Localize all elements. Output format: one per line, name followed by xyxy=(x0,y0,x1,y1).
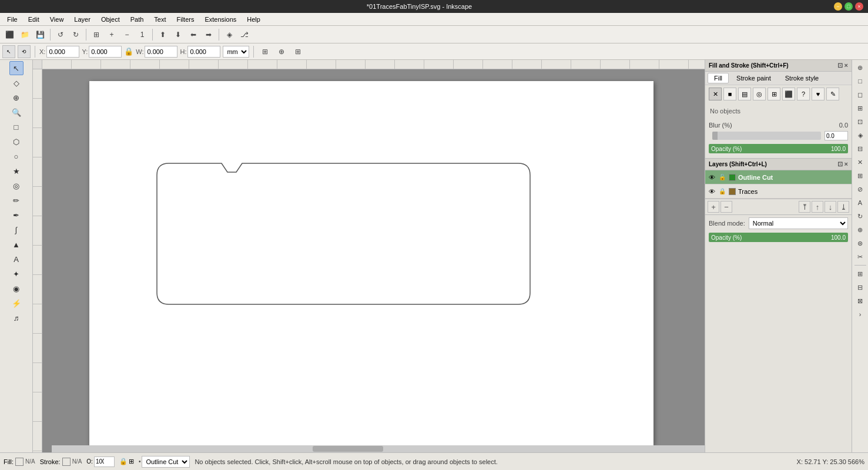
menu-layer[interactable]: Layer xyxy=(69,15,95,24)
fill-unset-btn[interactable]: ? xyxy=(797,88,810,100)
text-tool[interactable]: A xyxy=(9,252,24,266)
snap-cut-btn[interactable]: ✂ xyxy=(854,250,867,263)
snap-node-btn[interactable]: ⊕ xyxy=(274,45,289,59)
spray-tool[interactable]: ♬ xyxy=(9,311,24,325)
tab-fill[interactable]: Fill xyxy=(708,73,729,83)
snap-text-btn[interactable]: A xyxy=(854,196,867,209)
opacity-bar[interactable]: Opacity (%) 100.0 xyxy=(709,144,848,153)
save-button[interactable]: 💾 xyxy=(33,28,47,42)
fill-stroke-button[interactable]: ◈ xyxy=(222,28,236,42)
snap-smooth-btn[interactable]: ◈ xyxy=(854,129,867,142)
fill-edit-btn[interactable]: ✎ xyxy=(826,88,839,100)
snap-tab2[interactable]: ⊟ xyxy=(854,281,867,294)
calligraphy-tool[interactable]: ∫ xyxy=(9,223,24,237)
snap-guide-btn[interactable]: ⊘ xyxy=(854,183,867,196)
rect-tool[interactable]: □ xyxy=(9,120,24,134)
menu-path[interactable]: Path xyxy=(126,15,149,24)
dropper-tool[interactable]: ◉ xyxy=(9,281,24,296)
close-button[interactable]: × xyxy=(855,2,863,11)
x-input[interactable] xyxy=(46,46,79,58)
zoom-tool[interactable]: 🔍 xyxy=(9,105,24,119)
snap-path-btn[interactable]: ⊟ xyxy=(854,142,867,155)
tab-stroke-paint[interactable]: Stroke paint xyxy=(730,73,777,83)
align-right-button[interactable]: ⬅ xyxy=(186,28,200,42)
menu-extensions[interactable]: Extensions xyxy=(200,15,241,24)
snap-expand-btn[interactable]: › xyxy=(854,308,867,321)
redo-button[interactable]: ↻ xyxy=(69,28,83,42)
layer-opacity-bar[interactable]: Opacity (%) 100.0 xyxy=(709,233,848,242)
ellipse-tool[interactable]: ○ xyxy=(9,149,24,163)
snap-enable-btn[interactable]: ⊕ xyxy=(854,61,867,74)
new-button[interactable]: ⬛ xyxy=(2,28,16,42)
layer-eye-traces[interactable]: 👁 xyxy=(708,188,716,195)
snap-align-btn[interactable]: ⊞ xyxy=(258,45,272,59)
snap-rotate-btn[interactable]: ↻ xyxy=(854,210,867,223)
add-layer-btn[interactable]: + xyxy=(708,201,719,213)
snap-tab1[interactable]: ⊞ xyxy=(854,267,867,280)
connector-tool[interactable]: ⚡ xyxy=(9,296,24,310)
snap-midpoint-btn[interactable]: ⊞ xyxy=(854,102,867,115)
h-scrollbar-thumb[interactable] xyxy=(313,446,383,452)
menu-help[interactable]: Help xyxy=(242,15,265,24)
selector-tool[interactable]: ↖ xyxy=(9,61,24,75)
fill-stroke-detach[interactable]: ⊡ xyxy=(837,62,843,69)
pen-tool[interactable]: ✒ xyxy=(9,208,24,222)
layer-move-down-btn[interactable]: ↓ xyxy=(825,201,836,213)
snap-bbox-btn[interactable]: □ xyxy=(854,75,867,88)
snap-tab3[interactable]: ⊠ xyxy=(854,294,867,307)
layers-close[interactable]: × xyxy=(844,160,848,168)
zoom-1-button[interactable]: 1 xyxy=(135,28,149,42)
select-transform-btn[interactable]: ⟲ xyxy=(18,45,31,58)
layers-detach[interactable]: ⊡ xyxy=(837,160,843,168)
h-input[interactable] xyxy=(187,46,220,58)
menu-edit[interactable]: Edit xyxy=(24,15,44,24)
menu-view[interactable]: View xyxy=(45,15,69,24)
zoom-fit-button[interactable]: ⊞ xyxy=(89,28,103,42)
box3d-tool[interactable]: ⬡ xyxy=(9,135,24,149)
layer-move-up-btn[interactable]: ↑ xyxy=(812,201,823,213)
canvas-area[interactable] xyxy=(33,60,705,452)
menu-filters[interactable]: Filters xyxy=(172,15,199,24)
fill-none-btn[interactable]: ✕ xyxy=(709,88,722,100)
layer-row-traces[interactable]: 👁 🔒 Traces xyxy=(705,184,852,199)
layer-lock-outline[interactable]: 🔓 xyxy=(718,174,726,180)
layer-lock-traces[interactable]: 🔒 xyxy=(718,188,726,194)
align-left-button[interactable]: ⬆ xyxy=(156,28,170,42)
zoom-in-button[interactable]: + xyxy=(105,28,119,42)
h-scrollbar[interactable] xyxy=(52,445,705,452)
snap-grid-pt-btn[interactable]: ⊞ xyxy=(854,169,867,182)
lock-aspect-button[interactable]: 🔒 xyxy=(124,47,133,56)
spiral-tool[interactable]: ◎ xyxy=(9,179,24,193)
y-input[interactable] xyxy=(89,46,122,58)
fill-radial-btn[interactable]: ◎ xyxy=(753,88,766,100)
w-input[interactable] xyxy=(145,46,177,58)
snap-scale-btn[interactable]: ⊕ xyxy=(854,223,867,236)
menu-object[interactable]: Object xyxy=(96,15,125,24)
fill-heart-btn[interactable]: ♥ xyxy=(812,88,825,100)
snap-special-btn[interactable]: ⊛ xyxy=(854,237,867,250)
layer-select[interactable]: Outline Cut Traces xyxy=(142,456,190,468)
fill-flat-btn[interactable]: ■ xyxy=(723,88,736,100)
fill-stroke-close[interactable]: × xyxy=(844,62,848,69)
bucket-tool[interactable]: ▲ xyxy=(9,237,24,251)
open-button[interactable]: 📁 xyxy=(18,28,32,42)
node-tool[interactable]: ◇ xyxy=(9,76,24,90)
opacity-pct-input[interactable] xyxy=(94,456,115,467)
layer-row-outline[interactable]: 👁 🔓 Outline Cut xyxy=(705,170,852,184)
remove-layer-btn[interactable]: − xyxy=(720,201,732,213)
snap-center-btn[interactable]: ⊡ xyxy=(854,115,867,128)
snap-intersection-btn[interactable]: ✕ xyxy=(854,156,867,169)
fill-linear-btn[interactable]: ▤ xyxy=(738,88,751,100)
zoom-out-button[interactable]: − xyxy=(120,28,134,42)
snap-grid-btn[interactable]: ⊞ xyxy=(291,45,305,59)
fill-swatch-btn[interactable]: ⬛ xyxy=(782,88,795,100)
canvas-inner[interactable] xyxy=(42,69,705,452)
tab-stroke-style[interactable]: Stroke style xyxy=(779,73,825,83)
select-mode-btn[interactable]: ↖ xyxy=(2,45,15,58)
star-tool[interactable]: ★ xyxy=(9,164,24,178)
blur-slider[interactable] xyxy=(712,132,821,140)
pencil-tool[interactable]: ✏ xyxy=(9,193,24,207)
menu-text[interactable]: Text xyxy=(149,15,170,24)
layer-move-top-btn[interactable]: ⤒ xyxy=(799,201,810,213)
minimize-button[interactable]: − xyxy=(834,2,842,11)
